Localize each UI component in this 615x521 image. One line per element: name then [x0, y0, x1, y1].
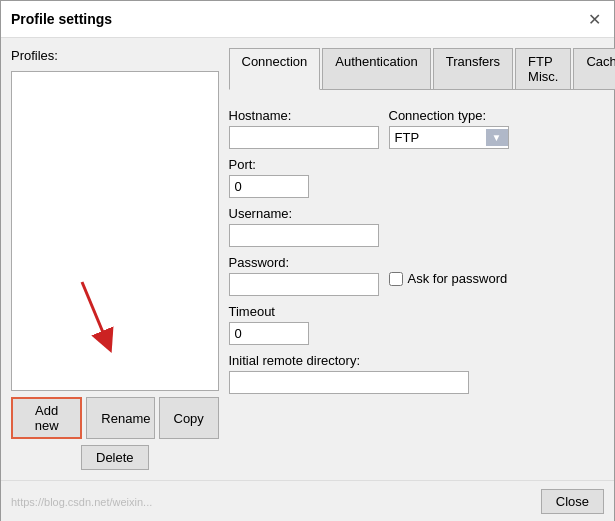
ask-for-password-label: Ask for password — [408, 271, 508, 286]
dropdown-arrow-icon[interactable]: ▼ — [486, 129, 508, 146]
password-row: Password: Ask for password — [229, 255, 616, 296]
remote-dir-label: Initial remote directory: — [229, 353, 469, 368]
tab-ftp-misc[interactable]: FTP Misc. — [515, 48, 571, 89]
arrow-indicator — [72, 277, 132, 360]
tab-transfers[interactable]: Transfers — [433, 48, 513, 89]
close-button[interactable]: ✕ — [584, 9, 604, 29]
timeout-row: Timeout — [229, 304, 616, 345]
remote-dir-group: Initial remote directory: — [229, 353, 469, 394]
connection-tab-content: Hostname: Connection type: FTP ▼ Port — [229, 98, 616, 470]
port-label: Port: — [229, 157, 309, 172]
password-group: Password: — [229, 255, 379, 296]
password-label: Password: — [229, 255, 379, 270]
watermark-text: https://blog.csdn.net/weixin... — [11, 496, 537, 508]
dialog-body: Profiles: Add new Rename — [1, 38, 614, 480]
left-panel: Profiles: Add new Rename — [11, 48, 219, 470]
hostname-group: Hostname: — [229, 108, 379, 149]
arrow-icon — [72, 277, 132, 357]
hostname-input[interactable] — [229, 126, 379, 149]
ask-for-password-row: Ask for password — [389, 271, 508, 286]
add-new-button[interactable]: Add new — [11, 397, 82, 439]
title-bar: Profile settings ✕ — [1, 1, 614, 38]
hostname-label: Hostname: — [229, 108, 379, 123]
tab-connection[interactable]: Connection — [229, 48, 321, 90]
remote-dir-row: Initial remote directory: — [229, 353, 616, 394]
tab-authentication[interactable]: Authentication — [322, 48, 430, 89]
dialog-footer: https://blog.csdn.net/weixin... Close — [1, 480, 614, 521]
profiles-list[interactable] — [11, 71, 219, 391]
connection-type-group: Connection type: FTP ▼ — [389, 108, 509, 149]
password-input[interactable] — [229, 273, 379, 296]
timeout-label: Timeout — [229, 304, 309, 319]
delete-button-row: Delete — [11, 445, 219, 470]
timeout-input[interactable] — [229, 322, 309, 345]
rename-button[interactable]: Rename — [86, 397, 154, 439]
username-group: Username: — [229, 206, 379, 247]
username-input[interactable] — [229, 224, 379, 247]
hostname-connection-row: Hostname: Connection type: FTP ▼ — [229, 108, 616, 149]
username-label: Username: — [229, 206, 379, 221]
username-row: Username: — [229, 206, 616, 247]
port-row: Port: — [229, 157, 616, 198]
port-group: Port: — [229, 157, 309, 198]
ask-for-password-checkbox[interactable] — [389, 272, 403, 286]
connection-type-value: FTP — [390, 127, 486, 148]
svg-line-1 — [82, 282, 107, 342]
title-text: Profile settings — [11, 11, 112, 27]
timeout-group: Timeout — [229, 304, 309, 345]
tab-bar: Connection Authentication Transfers FTP … — [229, 48, 616, 90]
delete-button[interactable]: Delete — [81, 445, 149, 470]
connection-type-dropdown[interactable]: FTP ▼ — [389, 126, 509, 149]
port-input[interactable] — [229, 175, 309, 198]
connection-type-label: Connection type: — [389, 108, 509, 123]
dialog-close-button[interactable]: Close — [541, 489, 604, 514]
profile-action-buttons: Add new Rename Copy — [11, 397, 219, 439]
copy-button[interactable]: Copy — [159, 397, 219, 439]
dialog-title: Profile settings — [11, 11, 112, 27]
tab-cache[interactable]: Cache — [573, 48, 615, 89]
profile-settings-dialog: Profile settings ✕ Profiles: — [0, 0, 615, 521]
profiles-label: Profiles: — [11, 48, 219, 63]
remote-dir-input[interactable] — [229, 371, 469, 394]
right-panel: Connection Authentication Transfers FTP … — [229, 48, 616, 470]
